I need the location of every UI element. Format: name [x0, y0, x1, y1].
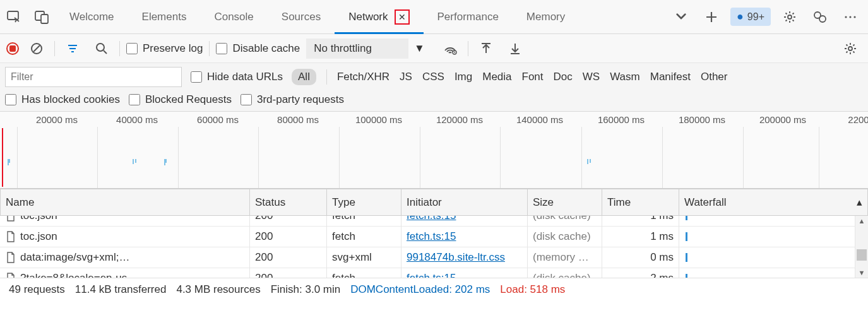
col-size[interactable]: Size	[528, 189, 602, 216]
kebab-menu-icon[interactable]	[839, 6, 862, 28]
timeline-tick: 200000 ms	[759, 114, 806, 125]
stat-resources: 4.3 MB resources	[176, 283, 260, 296]
svg-rect-0	[8, 11, 18, 20]
filter-type-manifest[interactable]: Manifest	[650, 71, 691, 83]
cell-status: 200	[250, 227, 327, 247]
feedback-icon[interactable]	[809, 6, 831, 28]
filter-type-css[interactable]: CSS	[422, 71, 444, 83]
col-name[interactable]: Name	[0, 189, 250, 216]
download-har-icon[interactable]	[504, 37, 526, 60]
filter-type-wasm[interactable]: Wasm	[610, 71, 640, 83]
filter-type-fetch-xhr[interactable]: Fetch/XHR	[337, 71, 389, 83]
filter-input[interactable]	[5, 67, 182, 87]
cell-time: 1 ms	[602, 216, 679, 227]
cell-waterfall	[679, 268, 855, 278]
hide-data-urls-checkbox[interactable]: Hide data URLs	[191, 71, 283, 83]
status-bar: 49 requests 11.4 kB transferred 4.3 MB r…	[0, 278, 868, 301]
devtools-tabbar: WelcomeElementsConsoleSourcesNetwork✕Per…	[0, 0, 868, 34]
cell-waterfall	[679, 216, 855, 227]
svg-point-6	[845, 16, 847, 18]
filter-funnel-icon[interactable]	[61, 37, 84, 60]
timeline-tick: 140000 ms	[516, 114, 563, 125]
timeline-tick: 120000 ms	[436, 114, 483, 125]
disable-cache-checkbox[interactable]: Disable cache	[216, 42, 300, 55]
network-settings-gear-icon[interactable]	[839, 37, 862, 60]
cell-size: (disk cache)	[528, 268, 602, 278]
timeline-overview[interactable]: 20000 ms40000 ms60000 ms80000 ms100000 m…	[0, 112, 868, 189]
throttling-select[interactable]: No throttling ▼	[306, 38, 408, 59]
third-party-checkbox[interactable]: 3rd-party requests	[241, 93, 344, 106]
cell-name[interactable]: ?take=8&locale=en-us	[0, 268, 250, 278]
tab-sources[interactable]: Sources	[268, 1, 335, 33]
filter-type-doc[interactable]: Doc	[554, 71, 573, 83]
cell-waterfall	[679, 247, 855, 268]
tab-welcome[interactable]: Welcome	[56, 1, 128, 33]
timeline-tick: 2200	[848, 114, 868, 125]
svg-point-12	[848, 47, 852, 50]
cell-time: 2 ms	[602, 268, 679, 278]
filter-type-ws[interactable]: WS	[583, 71, 600, 83]
cell-waterfall	[679, 227, 855, 247]
svg-point-8	[853, 16, 855, 18]
timeline-tick: 160000 ms	[598, 114, 645, 125]
cell-status: 200	[250, 216, 327, 227]
tab-performance[interactable]: Performance	[424, 1, 513, 33]
filter-type-all[interactable]: All	[292, 69, 316, 85]
sort-indicator-icon: ▴	[857, 196, 862, 209]
requests-table: Name Status Type Initiator Size Time Wat…	[0, 189, 868, 216]
timeline-tick: 20000 ms	[36, 114, 78, 125]
record-button[interactable]	[6, 42, 19, 55]
issues-badge[interactable]: ● 99+	[730, 8, 771, 26]
stat-finish: Finish: 3.0 min	[271, 283, 341, 296]
filter-type-font[interactable]: Font	[522, 71, 544, 83]
filter-type-js[interactable]: JS	[400, 71, 412, 83]
tab-console[interactable]: Console	[200, 1, 267, 33]
col-type[interactable]: Type	[327, 189, 401, 216]
svg-rect-2	[41, 15, 48, 23]
search-icon[interactable]	[90, 37, 113, 60]
tab-network[interactable]: Network✕	[335, 1, 423, 33]
cell-size: (memory …	[528, 247, 602, 268]
device-toggle-icon[interactable]	[30, 6, 53, 28]
stat-dom: DOMContentLoaded: 202 ms	[350, 283, 490, 296]
blocked-requests-checkbox[interactable]: Blocked Requests	[129, 93, 232, 106]
cell-initiator[interactable]: fetch.ts:15	[401, 216, 528, 227]
close-tab-icon[interactable]: ✕	[395, 9, 410, 25]
filter-type-other[interactable]: Other	[701, 71, 728, 83]
more-tabs-icon[interactable]	[670, 6, 693, 28]
cell-name[interactable]: toc.json	[0, 216, 250, 227]
settings-gear-icon[interactable]	[778, 6, 801, 28]
cell-initiator[interactable]: 9918474b.site-ltr.css	[401, 247, 528, 268]
new-tab-icon[interactable]	[700, 6, 723, 28]
cell-initiator[interactable]: fetch.ts:15	[401, 227, 528, 247]
scroll-down-icon[interactable]: ▼	[859, 268, 865, 278]
network-conditions-icon[interactable]	[439, 37, 461, 60]
svg-point-3	[788, 15, 792, 19]
cell-type: fetch	[327, 268, 401, 278]
inspect-element-icon[interactable]	[3, 6, 25, 28]
preserve-log-checkbox[interactable]: Preserve log	[126, 42, 203, 55]
timeline-tick: 100000 ms	[355, 114, 402, 125]
col-status[interactable]: Status	[250, 189, 327, 216]
col-time[interactable]: Time	[602, 189, 679, 216]
table-scrollbar[interactable]: ▲ ▼	[855, 216, 868, 278]
cell-status: 200	[250, 268, 327, 278]
scroll-thumb[interactable]	[857, 249, 867, 261]
cell-initiator[interactable]: fetch.ts:15	[401, 268, 528, 278]
stat-requests: 49 requests	[9, 283, 65, 296]
filter-type-media[interactable]: Media	[482, 71, 511, 83]
col-waterfall[interactable]: Waterfall▴	[679, 189, 868, 216]
stat-load: Load: 518 ms	[500, 283, 565, 296]
cell-time: 0 ms	[602, 247, 679, 268]
filter-type-img[interactable]: Img	[455, 71, 472, 83]
tab-elements[interactable]: Elements	[128, 1, 201, 33]
col-initiator[interactable]: Initiator	[401, 189, 528, 216]
has-blocked-cookies-checkbox[interactable]: Has blocked cookies	[5, 93, 120, 106]
scroll-up-icon[interactable]: ▲	[859, 216, 865, 226]
cell-name[interactable]: data:image/svg+xml;…	[0, 247, 250, 268]
chevron-down-icon: ▼	[414, 42, 425, 55]
upload-har-icon[interactable]	[475, 37, 497, 60]
cell-name[interactable]: toc.json	[0, 227, 250, 247]
clear-icon[interactable]	[25, 37, 48, 60]
tab-memory[interactable]: Memory	[513, 1, 579, 33]
